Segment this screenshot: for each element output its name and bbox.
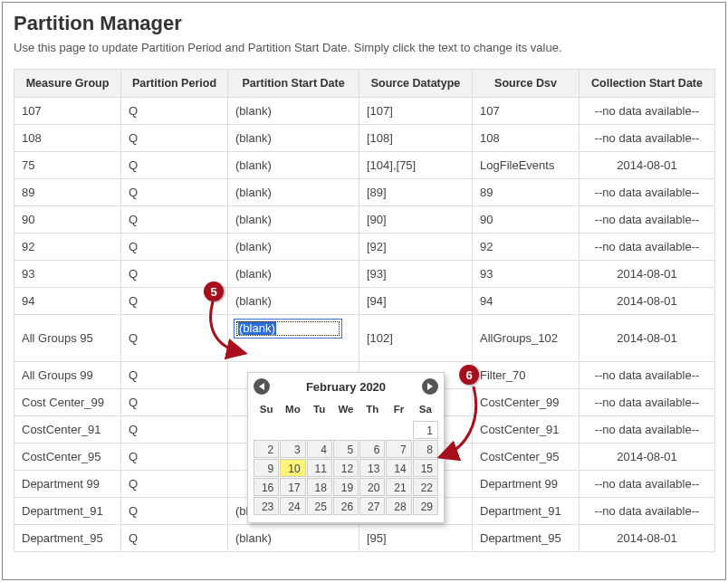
cell-partition-period[interactable]: Q [121,389,228,416]
cell-collection-start-date[interactable]: 2014-08-01 [580,152,715,179]
cell-partition-start-date[interactable]: (blank) [228,525,359,552]
cell-partition-start-date[interactable]: (blank) [228,179,359,206]
cell-source-dsv[interactable]: 92 [473,234,580,261]
cell-partition-start-date[interactable]: (blank) [228,288,359,315]
datepicker-day[interactable]: 17 [280,478,305,496]
cell-measure-group[interactable]: Department_95 [14,525,121,552]
cell-source-datatype[interactable]: [108] [359,125,473,152]
cell-partition-start-date[interactable]: (blank) [228,206,359,234]
partition-start-date-input[interactable]: (blank) [234,319,342,339]
datepicker-day[interactable]: 22 [413,478,438,496]
datepicker-day[interactable]: 4 [307,440,332,458]
cell-partition-period[interactable]: Q [121,234,228,261]
cell-collection-start-date[interactable]: --no data available-- [580,206,715,234]
datepicker-day[interactable]: 29 [413,497,438,515]
cell-partition-period[interactable]: Q [121,125,228,152]
datepicker-day[interactable]: 3 [280,440,305,458]
datepicker-prev-icon[interactable] [254,378,270,395]
cell-collection-start-date[interactable]: --no data available-- [580,471,715,498]
datepicker-day[interactable]: 25 [307,497,332,515]
cell-collection-start-date[interactable]: 2014-08-01 [580,315,715,362]
datepicker-day[interactable]: 16 [254,478,279,496]
datepicker-day[interactable]: 28 [386,497,411,515]
cell-collection-start-date[interactable]: --no data available-- [580,98,715,125]
datepicker-day[interactable]: 5 [333,440,359,458]
datepicker-day[interactable]: 1 [413,421,438,439]
cell-source-dsv[interactable]: Filter_70 [473,362,580,389]
cell-measure-group[interactable]: 107 [14,98,121,125]
datepicker-day[interactable]: 20 [359,478,385,496]
cell-measure-group[interactable]: 94 [14,288,121,315]
cell-source-dsv[interactable]: CostCenter_99 [473,389,580,416]
cell-collection-start-date[interactable]: --no data available-- [580,179,715,206]
datepicker-day[interactable]: 14 [386,459,411,477]
cell-partition-period[interactable]: Q [121,179,228,206]
cell-measure-group[interactable]: CostCenter_91 [14,416,121,444]
cell-collection-start-date[interactable]: 2014-08-01 [580,288,715,315]
cell-measure-group[interactable]: 108 [14,125,121,152]
cell-measure-group[interactable]: CostCenter_95 [14,444,121,471]
cell-source-dsv[interactable]: AllGroups_102 [473,315,580,362]
cell-partition-period[interactable]: Q [121,471,228,498]
cell-partition-start-date[interactable]: (blank) [228,234,359,261]
cell-partition-period[interactable]: Q [121,315,228,362]
datepicker-day[interactable]: 21 [386,478,411,496]
cell-source-dsv[interactable]: LogFileEvents [473,152,580,179]
cell-collection-start-date[interactable]: 2014-08-01 [580,261,715,288]
cell-collection-start-date[interactable]: --no data available-- [580,362,715,389]
cell-source-datatype[interactable]: [92] [359,234,473,261]
datepicker-day[interactable]: 27 [359,497,385,515]
cell-measure-group[interactable]: 75 [14,152,121,179]
cell-collection-start-date[interactable]: 2014-08-01 [580,525,715,552]
cell-measure-group[interactable]: 89 [14,179,121,206]
cell-measure-group[interactable]: All Groups 99 [14,362,121,389]
datepicker-next-icon[interactable] [422,378,438,395]
cell-partition-start-date[interactable]: (blank) [228,98,359,125]
cell-partition-period[interactable]: Q [121,98,228,125]
cell-partition-period[interactable]: Q [121,498,228,525]
cell-collection-start-date[interactable]: --no data available-- [580,125,715,152]
datepicker-day[interactable]: 7 [386,440,411,458]
datepicker-day[interactable]: 9 [254,459,279,477]
cell-source-dsv[interactable]: Department_91 [473,498,580,525]
datepicker-day[interactable]: 6 [359,440,385,458]
cell-partition-period[interactable]: Q [121,362,228,389]
cell-source-dsv[interactable]: 89 [473,179,580,206]
datepicker-day[interactable]: 24 [280,497,305,515]
datepicker-day[interactable]: 23 [254,497,279,515]
cell-source-datatype[interactable]: [94] [359,288,473,315]
datepicker-day[interactable]: 18 [307,478,332,496]
cell-source-dsv[interactable]: 93 [473,261,580,288]
cell-source-dsv[interactable]: Department 99 [473,471,580,498]
cell-measure-group[interactable]: 90 [14,206,121,234]
cell-partition-start-date[interactable]: (blank) [228,152,359,179]
cell-measure-group[interactable]: 92 [14,234,121,261]
datepicker-day[interactable]: 11 [307,459,332,477]
cell-source-dsv[interactable]: 90 [473,206,580,234]
cell-source-dsv[interactable]: CostCenter_95 [473,444,580,471]
cell-collection-start-date[interactable]: 2014-08-01 [580,444,715,471]
datepicker-day[interactable]: 19 [333,478,359,496]
cell-source-datatype[interactable]: [90] [359,206,473,234]
datepicker-day[interactable]: 15 [413,459,438,477]
datepicker-day[interactable]: 10 [280,459,305,477]
cell-source-dsv[interactable]: CostCenter_91 [473,416,580,444]
cell-partition-period[interactable]: Q [121,444,228,471]
cell-partition-period[interactable]: Q [121,416,228,444]
cell-source-datatype[interactable]: [95] [359,525,473,552]
cell-measure-group[interactable]: Department_91 [14,498,121,525]
cell-source-dsv[interactable]: 94 [473,288,580,315]
datepicker-day[interactable]: 8 [413,440,438,458]
datepicker-day[interactable]: 26 [333,497,359,515]
cell-partition-start-date[interactable]: (blank) [228,261,359,288]
datepicker-day[interactable]: 12 [333,459,359,477]
cell-measure-group[interactable]: Department 99 [14,471,121,498]
cell-source-dsv[interactable]: 108 [473,125,580,152]
cell-partition-period[interactable]: Q [121,206,228,234]
cell-collection-start-date[interactable]: --no data available-- [580,234,715,261]
cell-partition-start-date[interactable]: (blank) [228,125,359,152]
cell-partition-period[interactable]: Q [121,152,228,179]
cell-source-datatype[interactable]: [107] [359,98,473,125]
datepicker-day[interactable]: 13 [359,459,385,477]
cell-measure-group[interactable]: Cost Center_99 [14,389,121,416]
